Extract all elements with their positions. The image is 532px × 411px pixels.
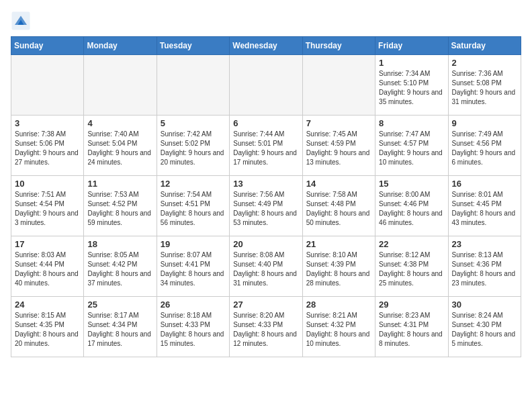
day-number: 6	[233, 118, 298, 128]
calendar-cell: 7Sunrise: 7:45 AM Sunset: 4:59 PM Daylig…	[302, 116, 375, 176]
day-info: Sunrise: 8:15 AM Sunset: 4:35 PM Dayligh…	[15, 311, 80, 349]
calendar-table: SundayMondayTuesdayWednesdayThursdayFrid…	[11, 36, 521, 357]
column-header-saturday: Saturday	[448, 37, 521, 55]
day-number: 3	[15, 118, 80, 128]
column-header-sunday: Sunday	[11, 37, 84, 55]
day-number: 7	[306, 118, 371, 128]
day-number: 12	[161, 179, 226, 189]
column-header-monday: Monday	[84, 37, 157, 55]
calendar-body: 1Sunrise: 7:34 AM Sunset: 5:10 PM Daylig…	[11, 55, 521, 357]
day-info: Sunrise: 8:20 AM Sunset: 4:33 PM Dayligh…	[233, 311, 298, 349]
calendar-cell	[230, 55, 302, 116]
calendar-cell: 9Sunrise: 7:49 AM Sunset: 4:56 PM Daylig…	[448, 116, 521, 176]
calendar-cell: 16Sunrise: 8:01 AM Sunset: 4:45 PM Dayli…	[448, 176, 521, 236]
calendar-week-1: 1Sunrise: 7:34 AM Sunset: 5:10 PM Daylig…	[11, 55, 521, 116]
calendar-cell: 14Sunrise: 7:58 AM Sunset: 4:48 PM Dayli…	[302, 176, 375, 236]
day-info: Sunrise: 7:45 AM Sunset: 4:59 PM Dayligh…	[306, 130, 371, 167]
calendar-cell: 10Sunrise: 7:51 AM Sunset: 4:54 PM Dayli…	[11, 176, 84, 236]
day-info: Sunrise: 7:38 AM Sunset: 5:06 PM Dayligh…	[15, 130, 80, 167]
calendar-cell	[84, 55, 157, 116]
day-info: Sunrise: 8:24 AM Sunset: 4:30 PM Dayligh…	[452, 311, 517, 349]
calendar-cell: 12Sunrise: 7:54 AM Sunset: 4:51 PM Dayli…	[157, 176, 229, 236]
day-info: Sunrise: 7:56 AM Sunset: 4:49 PM Dayligh…	[233, 190, 298, 228]
calendar-cell: 27Sunrise: 8:20 AM Sunset: 4:33 PM Dayli…	[230, 297, 302, 357]
day-info: Sunrise: 8:12 AM Sunset: 4:38 PM Dayligh…	[379, 250, 444, 288]
calendar-cell: 8Sunrise: 7:47 AM Sunset: 4:57 PM Daylig…	[375, 116, 448, 176]
page-header	[11, 11, 521, 31]
calendar-week-3: 10Sunrise: 7:51 AM Sunset: 4:54 PM Dayli…	[11, 176, 521, 236]
day-info: Sunrise: 7:36 AM Sunset: 5:08 PM Dayligh…	[452, 69, 517, 107]
day-info: Sunrise: 7:42 AM Sunset: 5:02 PM Dayligh…	[161, 130, 226, 167]
day-info: Sunrise: 7:49 AM Sunset: 4:56 PM Dayligh…	[452, 130, 517, 167]
column-header-tuesday: Tuesday	[157, 37, 229, 55]
logo-icon	[11, 11, 31, 31]
day-number: 23	[452, 239, 517, 249]
calendar-cell: 30Sunrise: 8:24 AM Sunset: 4:30 PM Dayli…	[448, 297, 521, 357]
day-info: Sunrise: 7:53 AM Sunset: 4:52 PM Dayligh…	[87, 190, 152, 228]
day-number: 20	[233, 239, 298, 249]
day-info: Sunrise: 8:03 AM Sunset: 4:44 PM Dayligh…	[15, 250, 80, 288]
day-number: 21	[306, 239, 371, 249]
logo	[11, 11, 34, 31]
calendar-cell: 23Sunrise: 8:13 AM Sunset: 4:36 PM Dayli…	[448, 236, 521, 297]
day-info: Sunrise: 8:10 AM Sunset: 4:39 PM Dayligh…	[306, 250, 371, 288]
calendar-cell	[157, 55, 229, 116]
day-number: 16	[452, 179, 517, 189]
day-info: Sunrise: 8:23 AM Sunset: 4:31 PM Dayligh…	[379, 311, 444, 349]
day-number: 11	[87, 179, 152, 189]
day-number: 1	[379, 58, 444, 68]
day-number: 13	[233, 179, 298, 189]
day-info: Sunrise: 7:51 AM Sunset: 4:54 PM Dayligh…	[15, 190, 80, 228]
day-number: 25	[87, 300, 152, 310]
day-number: 18	[87, 239, 152, 249]
calendar-cell: 17Sunrise: 8:03 AM Sunset: 4:44 PM Dayli…	[11, 236, 84, 297]
calendar-cell: 26Sunrise: 8:18 AM Sunset: 4:33 PM Dayli…	[157, 297, 229, 357]
day-number: 30	[452, 300, 517, 310]
day-number: 26	[161, 300, 226, 310]
day-info: Sunrise: 7:34 AM Sunset: 5:10 PM Dayligh…	[379, 69, 444, 107]
column-header-wednesday: Wednesday	[230, 37, 302, 55]
day-info: Sunrise: 8:18 AM Sunset: 4:33 PM Dayligh…	[161, 311, 226, 349]
day-number: 10	[15, 179, 80, 189]
calendar-cell: 15Sunrise: 8:00 AM Sunset: 4:46 PM Dayli…	[375, 176, 448, 236]
calendar-cell: 3Sunrise: 7:38 AM Sunset: 5:06 PM Daylig…	[11, 116, 84, 176]
calendar-cell: 5Sunrise: 7:42 AM Sunset: 5:02 PM Daylig…	[157, 116, 229, 176]
calendar-cell: 19Sunrise: 8:07 AM Sunset: 4:41 PM Dayli…	[157, 236, 229, 297]
day-info: Sunrise: 8:07 AM Sunset: 4:41 PM Dayligh…	[161, 250, 226, 288]
day-number: 15	[379, 179, 444, 189]
calendar-cell: 21Sunrise: 8:10 AM Sunset: 4:39 PM Dayli…	[302, 236, 375, 297]
day-info: Sunrise: 8:13 AM Sunset: 4:36 PM Dayligh…	[452, 250, 517, 288]
day-info: Sunrise: 7:47 AM Sunset: 4:57 PM Dayligh…	[379, 130, 444, 167]
calendar-cell: 6Sunrise: 7:44 AM Sunset: 5:01 PM Daylig…	[230, 116, 302, 176]
calendar-cell: 11Sunrise: 7:53 AM Sunset: 4:52 PM Dayli…	[84, 176, 157, 236]
calendar-cell	[11, 55, 84, 116]
day-number: 24	[15, 300, 80, 310]
day-info: Sunrise: 7:44 AM Sunset: 5:01 PM Dayligh…	[233, 130, 298, 167]
day-number: 19	[161, 239, 226, 249]
calendar-cell: 2Sunrise: 7:36 AM Sunset: 5:08 PM Daylig…	[448, 55, 521, 116]
day-number: 5	[161, 118, 226, 128]
column-header-friday: Friday	[375, 37, 448, 55]
calendar-cell: 20Sunrise: 8:08 AM Sunset: 4:40 PM Dayli…	[230, 236, 302, 297]
day-number: 8	[379, 118, 444, 128]
calendar-cell: 29Sunrise: 8:23 AM Sunset: 4:31 PM Dayli…	[375, 297, 448, 357]
day-number: 17	[15, 239, 80, 249]
calendar-cell: 1Sunrise: 7:34 AM Sunset: 5:10 PM Daylig…	[375, 55, 448, 116]
day-info: Sunrise: 8:08 AM Sunset: 4:40 PM Dayligh…	[233, 250, 298, 288]
day-number: 29	[379, 300, 444, 310]
day-info: Sunrise: 8:01 AM Sunset: 4:45 PM Dayligh…	[452, 190, 517, 228]
calendar-week-4: 17Sunrise: 8:03 AM Sunset: 4:44 PM Dayli…	[11, 236, 521, 297]
calendar-cell: 24Sunrise: 8:15 AM Sunset: 4:35 PM Dayli…	[11, 297, 84, 357]
day-info: Sunrise: 8:21 AM Sunset: 4:32 PM Dayligh…	[306, 311, 371, 349]
day-info: Sunrise: 7:54 AM Sunset: 4:51 PM Dayligh…	[161, 190, 226, 228]
day-number: 2	[452, 58, 517, 68]
day-info: Sunrise: 8:17 AM Sunset: 4:34 PM Dayligh…	[87, 311, 152, 349]
calendar-cell: 4Sunrise: 7:40 AM Sunset: 5:04 PM Daylig…	[84, 116, 157, 176]
day-number: 28	[306, 300, 371, 310]
day-info: Sunrise: 8:05 AM Sunset: 4:42 PM Dayligh…	[87, 250, 152, 288]
calendar-cell: 18Sunrise: 8:05 AM Sunset: 4:42 PM Dayli…	[84, 236, 157, 297]
calendar-header-row: SundayMondayTuesdayWednesdayThursdayFrid…	[11, 37, 521, 55]
calendar-cell: 25Sunrise: 8:17 AM Sunset: 4:34 PM Dayli…	[84, 297, 157, 357]
day-info: Sunrise: 7:40 AM Sunset: 5:04 PM Dayligh…	[87, 130, 152, 167]
calendar-cell: 13Sunrise: 7:56 AM Sunset: 4:49 PM Dayli…	[230, 176, 302, 236]
